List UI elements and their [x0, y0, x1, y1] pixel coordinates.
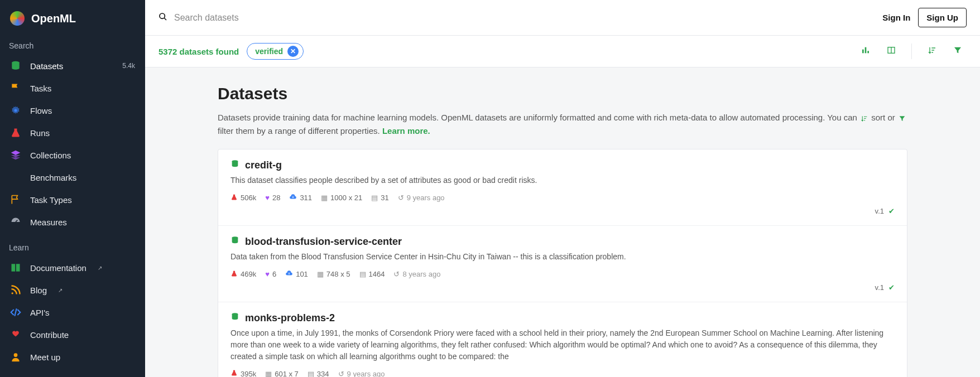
list-icon: ▤	[308, 370, 314, 378]
close-icon[interactable]: ✕	[287, 46, 299, 57]
external-link-icon: ↗	[98, 265, 102, 271]
filter-chip-verified[interactable]: verified ✕	[247, 43, 304, 60]
external-link-icon: ↗	[58, 287, 63, 293]
sidebar-item-runs[interactable]: Runs	[0, 122, 145, 144]
page-description: Datasets provide training data for machi…	[218, 111, 907, 138]
sidebar-item-label: Measures	[30, 218, 67, 227]
sidebar-section-search: Search	[0, 31, 145, 55]
sidebar-item-label: Task Types	[30, 195, 72, 205]
dataset-version: v.1	[875, 207, 884, 215]
filter-chip-label: verified	[255, 47, 283, 56]
svg-point-2	[12, 292, 13, 294]
dataset-name: monks-problems-2	[245, 312, 335, 324]
gear-icon	[10, 105, 21, 116]
database-icon	[230, 160, 239, 171]
downloads-count: 311	[300, 194, 312, 202]
heart-icon: ♥	[265, 194, 270, 202]
layers-icon	[10, 149, 21, 161]
sidebar-item-tasktypes[interactable]: Task Types	[0, 188, 145, 211]
content: Datasets Datasets provide training data …	[145, 67, 980, 377]
sort-inline-icon	[861, 114, 868, 122]
dataset-name: blood-transfusion-service-center	[245, 236, 402, 248]
flag-outline-icon	[10, 194, 21, 205]
dataset-name: credit-g	[245, 160, 282, 171]
sidebar-item-label: Documentation	[30, 263, 87, 273]
code-icon	[10, 307, 21, 318]
dataset-version: v.1	[875, 283, 884, 292]
results-count: 5372 datasets found	[158, 47, 239, 56]
sidebar-item-label: API's	[30, 308, 50, 317]
signup-button[interactable]: Sign Up	[918, 8, 967, 27]
sidebar-item-meetup[interactable]: Meet up	[0, 346, 145, 368]
sidebar-item-blog[interactable]: Blog↗	[0, 279, 145, 301]
chart-icon	[10, 172, 21, 183]
dimensions: 748 x 5	[326, 270, 350, 278]
separator	[911, 44, 912, 59]
dataset-stats: 506k ♥28 311 ▦1000 x 21 ▤31 ↺9 years ago	[230, 193, 895, 202]
grid-icon: ▦	[265, 370, 272, 378]
sidebar-item-label: Contribute	[30, 330, 69, 340]
sidebar-item-tasks[interactable]: Tasks	[0, 77, 145, 99]
svg-point-3	[14, 353, 18, 357]
sidebar-item-flows[interactable]: Flows	[0, 99, 145, 122]
check-icon: ✔	[888, 283, 895, 292]
svg-rect-6	[865, 47, 867, 54]
svg-rect-5	[862, 50, 864, 54]
gauge-icon	[10, 216, 21, 228]
sidebar-item-datasets[interactable]: Datasets 5.4k	[0, 55, 145, 77]
list-icon: ▤	[371, 194, 378, 202]
sidebar-item-benchmarks[interactable]: Benchmarks	[0, 166, 145, 188]
flask-icon	[230, 369, 238, 377]
learn-more-link[interactable]: Learn more.	[382, 126, 430, 136]
sidebar-section-learn: Learn	[0, 233, 145, 257]
sidebar-item-contribute[interactable]: Contribute	[0, 323, 145, 346]
svg-rect-7	[867, 51, 869, 53]
attributes-count: 1464	[369, 270, 385, 278]
search-wrap	[158, 12, 882, 23]
sidebar-item-measures[interactable]: Measures	[0, 211, 145, 233]
auth: Sign In Sign Up	[882, 8, 967, 27]
dataset-age: 8 years ago	[402, 270, 440, 278]
page-title: Datasets	[218, 84, 907, 103]
brand-logo-icon	[10, 11, 25, 26]
runs-count: 395k	[241, 370, 256, 378]
database-icon	[230, 312, 239, 324]
sidebar-item-label: Benchmarks	[30, 173, 76, 182]
sidebar-item-apis[interactable]: API's	[0, 301, 145, 323]
flask-icon	[230, 194, 238, 202]
history-icon: ↺	[393, 270, 400, 278]
filter-icon[interactable]	[949, 42, 967, 60]
sidebar-item-documentation[interactable]: Documentation↗	[0, 257, 145, 279]
dataset-age: 9 years ago	[407, 194, 445, 202]
grid-icon: ▦	[321, 194, 328, 202]
database-icon	[230, 236, 239, 248]
dimensions: 1000 x 21	[330, 194, 362, 202]
dataset-item[interactable]: blood-transfusion-service-center Data ta…	[218, 225, 907, 302]
search-input[interactable]	[174, 13, 409, 23]
grid-icon: ▦	[317, 270, 324, 278]
sidebar-item-collections[interactable]: Collections	[0, 144, 145, 166]
likes-count: 6	[272, 270, 276, 278]
sort-icon[interactable]	[923, 42, 941, 60]
rss-icon	[10, 284, 21, 296]
flag-icon	[10, 83, 21, 94]
people-icon	[10, 351, 21, 362]
search-icon	[158, 12, 167, 23]
heart-icon: ♥	[265, 270, 270, 278]
dataset-item[interactable]: credit-g This dataset classifies people …	[218, 149, 907, 225]
attributes-count: 31	[381, 194, 388, 202]
columns-view-icon[interactable]	[882, 42, 900, 60]
heart-hand-icon	[10, 329, 21, 340]
sidebar-item-label: Meet up	[30, 352, 60, 362]
brand[interactable]: OpenML	[0, 6, 145, 31]
signin-link[interactable]: Sign In	[882, 13, 910, 22]
stats-view-icon[interactable]	[857, 42, 875, 60]
dataset-item[interactable]: monks-problems-2 Once upon a time, in Ju…	[218, 302, 907, 377]
dataset-description: This dataset classifies people described…	[230, 175, 895, 186]
attributes-count: 334	[317, 370, 329, 378]
database-icon	[10, 60, 21, 71]
filter-inline-icon	[899, 114, 906, 122]
sidebar-item-label: Tasks	[30, 84, 51, 93]
runs-count: 506k	[241, 194, 256, 202]
history-icon: ↺	[338, 370, 344, 378]
